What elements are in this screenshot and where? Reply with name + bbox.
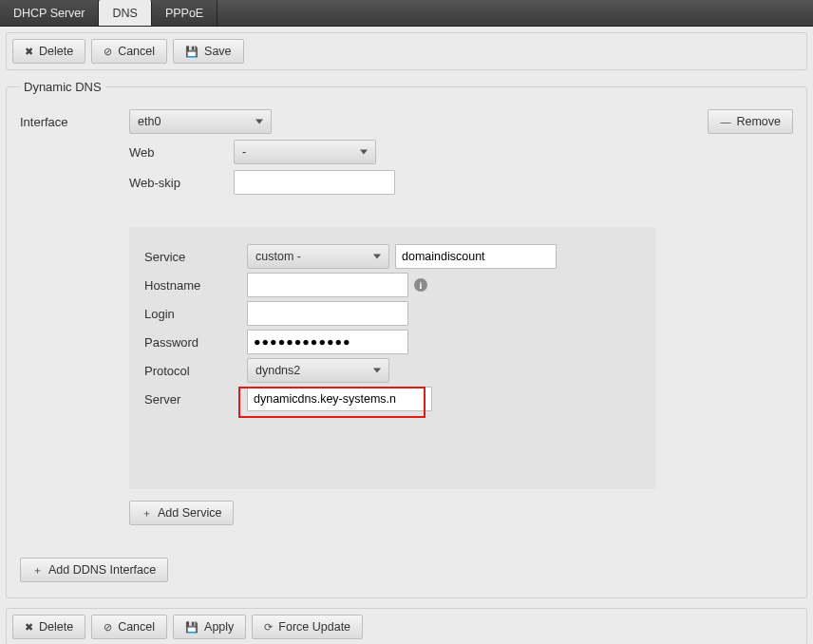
page-toolbar-top: ✖ Delete ⊘ Cancel 💾 Save (6, 32, 807, 70)
chevron-down-icon (360, 150, 368, 155)
minus-icon: — (720, 116, 730, 127)
save-button[interactable]: 💾 Save (173, 39, 244, 64)
delete-button[interactable]: ✖ Delete (12, 39, 85, 64)
tab-bar: DHCP Server DNS PPPoE (0, 0, 813, 27)
interface-select[interactable]: eth0 (129, 109, 272, 134)
select-value: custom - (255, 250, 301, 263)
tab-dns[interactable]: DNS (99, 0, 151, 26)
save-icon: 💾 (185, 46, 199, 58)
tab-label: DNS (112, 7, 137, 20)
add-ddns-interface-button[interactable]: ＋ Add DDNS Interface (20, 558, 168, 582)
service-select[interactable]: custom - (247, 244, 389, 269)
tab-label: DHCP Server (13, 7, 85, 20)
delete-button[interactable]: ✖ Delete (12, 615, 85, 639)
button-label: Apply (204, 620, 234, 634)
close-icon: ✖ (25, 46, 33, 58)
password-input[interactable] (247, 330, 408, 354)
label-server: Server (144, 392, 247, 407)
refresh-icon: ⟳ (264, 621, 273, 634)
chevron-down-icon (255, 120, 263, 124)
button-label: Remove (736, 115, 781, 128)
server-input[interactable] (247, 387, 432, 411)
remove-button[interactable]: — Remove (708, 109, 793, 134)
info-icon[interactable]: i (414, 278, 427, 292)
label-password: Password (144, 335, 247, 350)
dynamic-dns-panel: Dynamic DNS Interface eth0 — Remove Web … (6, 80, 807, 598)
button-label: Add Service (158, 506, 221, 520)
button-label: Cancel (118, 620, 155, 634)
cancel-button[interactable]: ⊘ Cancel (91, 615, 167, 639)
button-label: Add DDNS Interface (48, 563, 156, 577)
label-interface: Interface (20, 115, 129, 129)
add-service-button[interactable]: ＋ Add Service (129, 501, 234, 525)
web-skip-input[interactable] (234, 170, 395, 195)
button-label: Force Update (278, 620, 350, 634)
button-label: Cancel (118, 45, 155, 58)
select-value: - (242, 145, 246, 159)
service-custom-input[interactable] (395, 244, 557, 269)
tab-dhcp-server[interactable]: DHCP Server (0, 0, 99, 26)
tab-pppoe[interactable]: PPPoE (152, 0, 217, 26)
cancel-icon: ⊘ (104, 621, 112, 634)
label-hostname: Hostname (144, 278, 247, 293)
apply-button[interactable]: 💾 Apply (173, 615, 246, 639)
select-value: dyndns2 (255, 364, 300, 377)
chevron-down-icon (373, 255, 381, 259)
button-label: Delete (39, 620, 73, 634)
protocol-select[interactable]: dyndns2 (247, 358, 389, 383)
hostname-input[interactable] (247, 273, 408, 297)
button-label: Save (204, 45, 232, 58)
force-update-button[interactable]: ⟳ Force Update (252, 615, 363, 639)
label-login: Login (144, 307, 247, 321)
button-label: Delete (39, 45, 73, 58)
label-web-skip: Web-skip (129, 176, 234, 190)
label-service: Service (144, 250, 247, 264)
tab-label: PPPoE (165, 7, 203, 20)
cancel-button[interactable]: ⊘ Cancel (91, 39, 167, 64)
login-input[interactable] (247, 301, 408, 326)
label-protocol: Protocol (144, 364, 247, 378)
select-value: eth0 (138, 115, 161, 128)
service-card: Service custom - Hostname i Login (129, 227, 656, 489)
save-icon: 💾 (185, 621, 199, 634)
plus-icon: ＋ (32, 563, 43, 578)
label-web: Web (129, 145, 234, 160)
close-icon: ✖ (25, 621, 33, 634)
web-select[interactable]: - (234, 140, 376, 164)
page-toolbar-bottom: ✖ Delete ⊘ Cancel 💾 Apply ⟳ Force Update (6, 608, 807, 644)
cancel-icon: ⊘ (104, 46, 112, 58)
panel-legend: Dynamic DNS (20, 80, 105, 94)
chevron-down-icon (373, 369, 381, 373)
plus-icon: ＋ (142, 506, 152, 521)
